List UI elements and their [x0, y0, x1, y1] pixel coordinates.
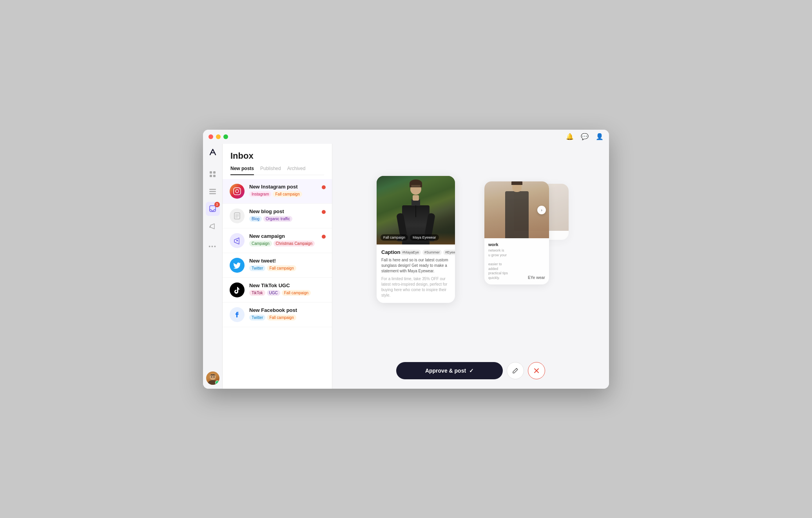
- tag-fall-campaign: Fall campaign: [282, 290, 311, 296]
- profile-icon[interactable]: 👤: [596, 133, 604, 140]
- svg-point-14: [236, 190, 239, 193]
- maximize-button[interactable]: [223, 134, 228, 139]
- caption-row: Caption #MayaEye #Summer #Eyewear: [381, 249, 450, 255]
- sidebar: 3 •••: [203, 144, 223, 389]
- svg-point-10: [208, 380, 218, 385]
- inbox-item-content: New campaign Campaign Christmas Campaign: [249, 233, 325, 246]
- tag-tiktok: TikTok: [249, 290, 265, 296]
- chevron-right-icon: ›: [537, 206, 546, 214]
- unread-indicator: [322, 210, 326, 214]
- post-image: Fall campaign Maya Eyewear: [377, 176, 455, 245]
- tab-new-posts[interactable]: New posts: [230, 166, 254, 175]
- close-button[interactable]: [208, 134, 213, 139]
- svg-rect-2: [210, 175, 212, 177]
- inbox-list: New Instagram post Instagram Fall campai…: [223, 179, 332, 389]
- svg-rect-3: [213, 175, 216, 177]
- tab-published[interactable]: Published: [260, 166, 281, 175]
- hashtags: #MayaEye #Summer #Eyewear: [400, 250, 455, 255]
- svg-point-15: [239, 188, 240, 189]
- post-tags: Twitter Fall campaign: [249, 265, 325, 271]
- sidebar-bottom: [206, 371, 219, 385]
- svg-point-17: [236, 240, 238, 241]
- svg-rect-4: [209, 189, 216, 190]
- facebook-icon: [230, 307, 245, 322]
- inbox-title: Inbox: [230, 151, 324, 161]
- post-title: New Facebook post: [249, 307, 325, 313]
- post-tags: Twitter Fall campaign: [249, 315, 325, 321]
- reject-button[interactable]: [528, 362, 545, 379]
- post-card-main: Fall campaign Maya Eyewear Caption #Maya…: [377, 176, 455, 303]
- inbox-panel: Inbox New posts Published Archived: [223, 144, 332, 389]
- list-item[interactable]: New Instagram post Instagram Fall campai…: [223, 179, 332, 204]
- logo: [208, 148, 217, 159]
- sidebar-item-grid[interactable]: [206, 167, 220, 181]
- caption-title: Caption: [381, 249, 400, 255]
- titlebar: 🔔 💬 👤: [203, 130, 609, 144]
- tag-organic: Organic traffic: [263, 216, 292, 222]
- inbox-item-content: New TikTok UGC TikTok UGC Fall campaign: [249, 283, 325, 296]
- post-title: New blog post: [249, 208, 325, 214]
- svg-rect-0: [210, 171, 212, 174]
- post-tags: Instagram Fall campaign: [249, 191, 325, 197]
- tag-twitter: Twitter: [249, 265, 265, 271]
- sidebar-item-campaign[interactable]: [206, 219, 220, 233]
- list-item[interactable]: New campaign Campaign Christmas Campaign: [223, 228, 332, 253]
- tag-twitter: Twitter: [249, 315, 265, 321]
- tag-instagram: Instagram: [249, 191, 271, 197]
- tag-campaign: Campaign: [249, 241, 272, 246]
- post-title: New Instagram post: [249, 184, 325, 190]
- campaign-icon: [230, 233, 245, 248]
- sidebar-item-list[interactable]: [206, 185, 220, 199]
- traffic-lights: [208, 134, 228, 139]
- svg-point-11: [211, 376, 212, 377]
- bell-icon[interactable]: 🔔: [566, 133, 574, 140]
- hashtag-eyewear: #Eyewear: [443, 250, 455, 255]
- list-item[interactable]: New TikTok UGC TikTok UGC Fall campaign: [223, 278, 332, 302]
- tag-blog: Blog: [249, 216, 262, 222]
- post-card-behind: › work network isu grow youreasier toadd…: [484, 181, 549, 284]
- main-window: 🔔 💬 👤: [203, 130, 609, 389]
- minimize-button[interactable]: [216, 134, 221, 139]
- caption-secondary-text: For a limited time, take 35% OFF our lat…: [381, 276, 450, 298]
- caption-primary-text: Fall is here and so is our latest custom…: [381, 257, 450, 274]
- post-tags: TikTok UGC Fall campaign: [249, 290, 325, 296]
- eyewear-label: EYe wear: [528, 275, 545, 280]
- svg-rect-13: [234, 188, 241, 195]
- list-item[interactable]: New blog post Blog Organic traffic: [223, 204, 332, 228]
- cards-container: › work network isu grow youreasier toadd…: [377, 176, 565, 356]
- tag-christmas: Christmas Campaign: [274, 241, 315, 246]
- tag-fall-campaign: Fall campaign: [267, 265, 296, 271]
- checkmark-icon: ✓: [469, 368, 474, 374]
- tab-archived[interactable]: Archived: [287, 166, 306, 175]
- hashtag-summer: #Summer: [422, 250, 442, 255]
- approve-label: Approve & post: [425, 368, 466, 374]
- sidebar-item-more[interactable]: •••: [206, 239, 220, 254]
- tag-fall-campaign: Fall campaign: [267, 315, 296, 321]
- sidebar-item-inbox[interactable]: 3: [206, 202, 220, 216]
- overlay-tag-campaign: Fall campaign: [381, 234, 408, 241]
- chat-icon[interactable]: 💬: [581, 133, 589, 140]
- edit-button[interactable]: [507, 362, 524, 379]
- inbox-tabs: New posts Published Archived: [230, 166, 324, 175]
- svg-rect-1: [213, 171, 216, 174]
- card-overlay-tags: Fall campaign Maya Eyewear: [381, 234, 439, 241]
- main-content: › work network isu grow youreasier toadd…: [332, 144, 609, 389]
- tag-ugc: UGC: [267, 290, 280, 296]
- inbox-item-content: New Facebook post Twitter Fall campaign: [249, 307, 325, 321]
- post-title: New tweet!: [249, 258, 325, 264]
- unread-indicator: [322, 235, 326, 239]
- inbox-badge: 3: [214, 202, 220, 207]
- inbox-item-content: New Instagram post Instagram Fall campai…: [249, 184, 325, 197]
- list-item[interactable]: New Facebook post Twitter Fall campaign: [223, 302, 332, 327]
- tag-fall-campaign: Fall campaign: [273, 191, 302, 197]
- post-tags: Campaign Christmas Campaign: [249, 241, 325, 246]
- approve-post-button[interactable]: Approve & post ✓: [396, 362, 503, 379]
- titlebar-actions: 🔔 💬 👤: [566, 130, 604, 144]
- svg-rect-5: [209, 191, 216, 192]
- user-avatar[interactable]: [206, 371, 219, 385]
- overlay-tag-eyewear: Maya Eyewear: [410, 234, 439, 241]
- unread-indicator: [322, 185, 326, 189]
- bottom-actions: Approve & post ✓: [396, 362, 545, 379]
- card-bg-image: ›: [484, 181, 549, 238]
- list-item[interactable]: New tweet! Twitter Fall campaign: [223, 253, 332, 278]
